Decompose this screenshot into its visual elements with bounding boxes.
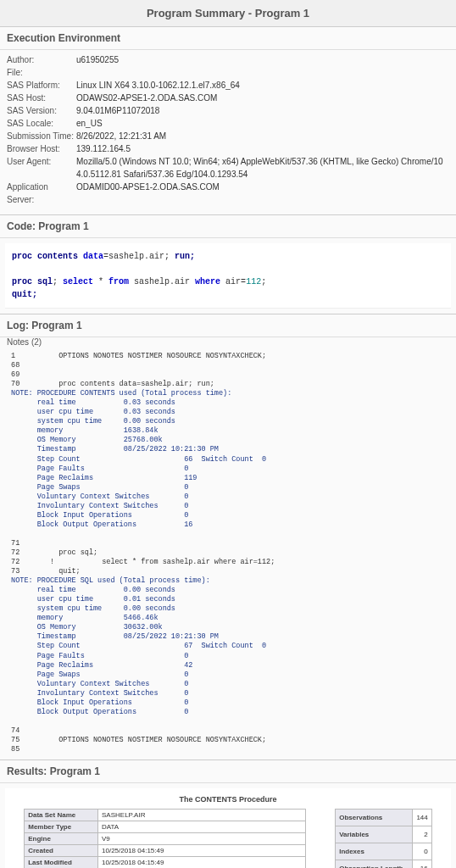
results-area: The CONTENTS Procedure Data Set NameSASH…	[5, 788, 451, 868]
env-subtime: 8/26/2022, 12:21:31 AM	[76, 130, 449, 142]
env-file	[76, 66, 449, 79]
table-row-value: 10/25/2018 04:15:49	[98, 845, 306, 857]
env-version-label: SAS Version:	[7, 104, 76, 117]
env-appserv-label: Application Server:	[7, 181, 76, 206]
log-section-header: Log: Program 1	[0, 314, 456, 337]
table-row-value: 144	[413, 810, 431, 826]
proc-title: The CONTENTS Procedure	[12, 795, 444, 804]
table-row-label: Observations	[336, 810, 413, 826]
notes-count: Notes (2)	[0, 337, 456, 347]
env-version: 9.04.01M6P11072018	[76, 104, 449, 117]
env-ua: Mozilla/5.0 (Windows NT 10.0; Win64; x64…	[76, 155, 449, 181]
table-row-value: 0	[413, 843, 431, 860]
table-row-label: Created	[25, 845, 98, 857]
env-subtime-label: Submission Time:	[7, 130, 76, 142]
page-title: Program Summary - Program 1	[0, 0, 456, 27]
table-row-label: Indexes	[336, 843, 413, 860]
results-section-header: Results: Program 1	[0, 760, 456, 783]
env-platform-label: SAS Platform:	[7, 79, 76, 92]
code-block: proc contents data=sashelp.air; run; pro…	[5, 243, 451, 309]
table-row-value: 2	[413, 826, 431, 843]
env-platform: Linux LIN X64 3.10.0-1062.12.1.el7.x86_6…	[76, 79, 449, 92]
table-row-label: Engine	[25, 833, 98, 845]
env-section-header: Execution Environment	[0, 27, 456, 50]
table-row-label: Last Modified	[25, 857, 98, 868]
code-section-header: Code: Program 1	[0, 215, 456, 238]
env-host-label: SAS Host:	[7, 92, 76, 104]
table-row-value: DATA	[98, 821, 306, 833]
env-ua-label: User Agent:	[7, 155, 76, 181]
table-row-label: Variables	[336, 826, 413, 843]
table-row-label: Data Set Name	[25, 810, 98, 821]
table-row-value: V9	[98, 833, 306, 845]
env-author-label: Author:	[7, 53, 76, 66]
log-block: 1 OPTIONS NONOTES NOSTIMER NOSOURCE NOSY…	[0, 347, 456, 760]
env-locale-label: SAS Locale:	[7, 117, 76, 130]
table-row-value: 10/25/2018 04:15:49	[98, 857, 306, 868]
table-row-label: Observation Length	[336, 860, 413, 868]
env-table: Author:u61950255 File: SAS Platform:Linu…	[0, 50, 456, 214]
env-author: u61950255	[76, 53, 449, 66]
table-row-value: 16	[413, 860, 431, 868]
env-bhost: 139.112.164.5	[76, 142, 449, 155]
env-appserv: ODAMID00-APSE1-2.ODA.SAS.COM	[76, 181, 449, 206]
contents-table-left: Data Set NameSASHELP.AIRMember TypeDATAE…	[24, 809, 306, 868]
env-bhost-label: Browser Host:	[7, 142, 76, 155]
env-host: ODAWS02-APSE1-2.ODA.SAS.COM	[76, 92, 449, 104]
contents-table-right: Observations144Variables2Indexes0Observa…	[335, 809, 432, 868]
env-locale: en_US	[76, 117, 449, 130]
env-file-label: File:	[7, 66, 76, 79]
table-row-label: Member Type	[25, 821, 98, 833]
table-row-value: SASHELP.AIR	[98, 810, 306, 821]
